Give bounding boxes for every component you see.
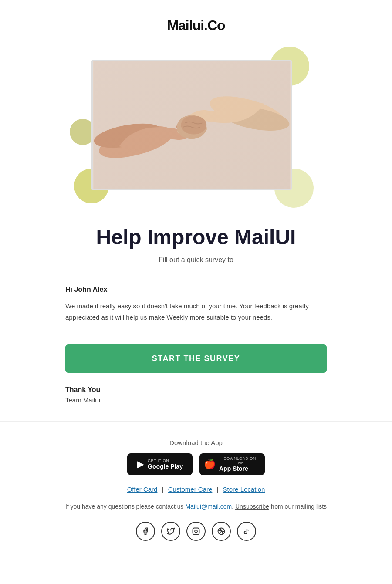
footer-links: Offer Card | Customer Care | Store Locat… <box>9 486 383 493</box>
google-play-small-text: GET IT ON <box>148 459 169 463</box>
social-icons <box>9 522 383 541</box>
facebook-icon[interactable] <box>136 522 155 541</box>
body-section: Hi John Alex We made it really easy so i… <box>65 286 327 323</box>
hero-area <box>65 47 327 212</box>
svg-rect-17 <box>193 528 199 535</box>
greeting-text: Hi John Alex <box>65 286 327 294</box>
contact-email-link[interactable]: Mailui@mail.com <box>185 503 232 510</box>
footer-info: If you have any questions please contact… <box>9 502 383 511</box>
thank-you-label: Thank You <box>65 386 327 394</box>
hero-image-frame <box>91 60 292 190</box>
logo: Mailui.Co <box>167 17 225 33</box>
app-store-main-text: App Store <box>219 465 248 472</box>
cta-section: START THE SURVEY <box>65 344 327 373</box>
app-store-icon: 🍎 <box>204 459 216 470</box>
header: Mailui.Co <box>0 0 392 42</box>
handshake-illustration <box>93 61 291 189</box>
app-badges: ▶ GET IT ON Google Play 🍎 Download on th… <box>9 453 383 475</box>
footer: Download the App ▶ GET IT ON Google Play… <box>0 421 392 554</box>
team-name: Team Mailui <box>65 396 327 404</box>
sub-heading: Fill out a quick survey to <box>65 256 327 264</box>
content-section: Help Improve MailUI Fill out a quick sur… <box>65 225 327 264</box>
download-label: Download the App <box>9 439 383 446</box>
google-play-main-text: Google Play <box>148 463 183 470</box>
dribbble-icon[interactable] <box>212 522 231 541</box>
main-heading: Help Improve MailUI <box>65 225 327 249</box>
offer-card-link[interactable]: Offer Card <box>127 486 158 493</box>
tiktok-icon[interactable] <box>237 522 256 541</box>
unsubscribe-link[interactable]: Unsubscribe <box>235 503 269 510</box>
separator-1: | <box>162 486 164 493</box>
svg-rect-16 <box>94 61 290 189</box>
app-store-small-text: Download on the <box>219 456 260 465</box>
thank-you-section: Thank You Team Mailui <box>65 386 327 404</box>
start-survey-button[interactable]: START THE SURVEY <box>65 344 327 373</box>
separator-2: | <box>217 486 219 493</box>
customer-care-link[interactable]: Customer Care <box>168 486 213 493</box>
app-store-badge[interactable]: 🍎 Download on the App Store <box>199 453 265 475</box>
page-wrapper: Mailui.Co <box>0 0 392 584</box>
google-play-text: GET IT ON Google Play <box>148 459 183 470</box>
body-paragraph: We made it really easy so it doesn't tak… <box>65 300 327 323</box>
google-play-icon: ▶ <box>137 459 144 470</box>
app-store-text: Download on the App Store <box>219 456 260 472</box>
google-play-badge[interactable]: ▶ GET IT ON Google Play <box>127 453 193 475</box>
twitter-icon[interactable] <box>161 522 180 541</box>
instagram-icon[interactable] <box>186 522 206 541</box>
store-location-link[interactable]: Store Location <box>223 486 265 493</box>
